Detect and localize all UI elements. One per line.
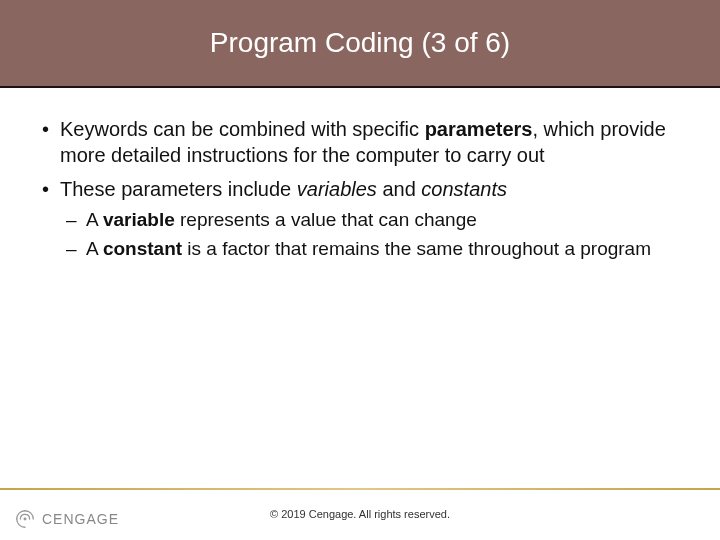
text: is a factor that remains the same throug… (182, 238, 651, 259)
list-item: Keywords can be combined with specific p… (38, 116, 682, 168)
slide-title: Program Coding (3 of 6) (210, 27, 510, 59)
text: A (86, 209, 103, 230)
list-item: These parameters include variables and c… (38, 176, 682, 261)
text: These parameters include (60, 178, 297, 200)
footer: CENGAGE © 2019 Cengage. All rights reser… (0, 488, 720, 540)
text: represents a value that can change (175, 209, 477, 230)
copyright-text: © 2019 Cengage. All rights reserved. (270, 508, 450, 520)
keyword-parameters: parameters (425, 118, 533, 140)
text: Keywords can be combined with specific (60, 118, 425, 140)
text: and (377, 178, 421, 200)
list-item: A constant is a factor that remains the … (60, 237, 682, 262)
text: A (86, 238, 103, 259)
sub-bullet-list: A variable represents a value that can c… (60, 208, 682, 261)
bullet-list: Keywords can be combined with specific p… (38, 116, 682, 261)
slide: Program Coding (3 of 6) Keywords can be … (0, 0, 720, 540)
brand-text: CENGAGE (42, 511, 119, 527)
keyword-constants: constants (421, 178, 507, 200)
list-item: A variable represents a value that can c… (60, 208, 682, 233)
keyword-variable: variable (103, 209, 175, 230)
svg-point-0 (24, 518, 27, 521)
brand: CENGAGE (14, 508, 119, 530)
keyword-variables: variables (297, 178, 377, 200)
cengage-logo-icon (14, 508, 36, 530)
keyword-constant: constant (103, 238, 182, 259)
content-area: Keywords can be combined with specific p… (0, 88, 720, 488)
title-band: Program Coding (3 of 6) (0, 0, 720, 88)
